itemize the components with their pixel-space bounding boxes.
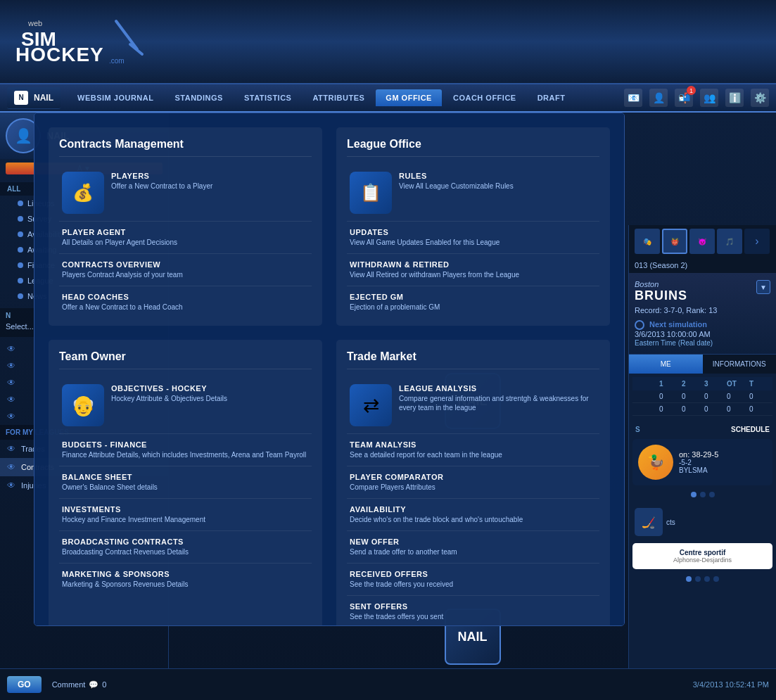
withdrawn-title: WITHDRAWN & RETIRED xyxy=(350,260,597,269)
divider xyxy=(59,253,312,254)
new-offer-desc: Send a trade offer to another team xyxy=(350,547,597,556)
dot-inactive-d xyxy=(713,576,719,582)
updates-link[interactable]: UPDATES View All Game Updates Enabled fo… xyxy=(347,224,599,250)
updates-desc: View All Game Updates Enabled for this L… xyxy=(350,238,597,247)
new-offer-title: NEW OFFER xyxy=(350,537,597,546)
dot-inactive-c xyxy=(704,576,710,582)
marketing-link[interactable]: MARKETING & SPONSORS Marketing & Sponsor… xyxy=(59,566,312,592)
dots-indicator-1 xyxy=(632,488,772,501)
scores-ot-header: OT xyxy=(727,380,748,388)
scores-2-header: 2 xyxy=(682,380,703,388)
sponsor-card: Centre sportif Alphonse-Desjardins xyxy=(632,543,772,569)
eye-icon: 👁 xyxy=(7,412,15,421)
bottom-bar: GO Comment 💬 0 3/4/2013 10:52:41 PM xyxy=(0,668,776,700)
withdrawn-link[interactable]: WITHDRAWN & RETIRED View All Retired or … xyxy=(347,257,599,283)
nav-bar: N NAIL WEBSIM JOURNAL STANDINGS STATISTI… xyxy=(0,84,776,113)
schedule-record: on: 38-29-5 xyxy=(679,450,718,459)
team-logo-4[interactable]: 🎵 xyxy=(717,229,742,254)
scores-3-header: 3 xyxy=(704,380,725,388)
go-button[interactable]: GO xyxy=(7,676,42,693)
header: web SIM HOCKEY .com xyxy=(0,0,776,84)
budgets-desc: Finance Attribute Details, which include… xyxy=(62,450,309,459)
ejected-link[interactable]: EJECTED GM Ejection of a problematic GM xyxy=(347,289,599,315)
tab-statistics[interactable]: STATISTICS xyxy=(234,89,302,106)
bruins-dropdown-btn[interactable]: ▼ xyxy=(756,280,770,294)
broadcasting-link[interactable]: BROADCASTING CONTRACTS Broadcasting Cont… xyxy=(59,534,312,560)
players-menu-item[interactable]: 💰 PLAYERS Offer a New Contract to a Play… xyxy=(59,167,312,218)
new-offer-link[interactable]: NEW OFFER Send a trade offer to another … xyxy=(347,534,599,560)
tab-informations[interactable]: INFORMATIONS xyxy=(703,355,777,374)
marketing-desc: Marketing & Sponsors Revenues Details xyxy=(62,580,309,589)
scores-row-2: 0 0 0 0 0 xyxy=(632,403,772,416)
contracts-section-title: Contracts Management xyxy=(59,138,312,157)
rules-menu-item[interactable]: 📋 RULES View All League Customizable Rul… xyxy=(347,167,599,218)
dot-icon xyxy=(18,247,23,253)
broadcasting-title: BROADCASTING CONTRACTS xyxy=(62,537,309,546)
team-analysis-title: TEAM ANALYSIS xyxy=(350,440,597,449)
investments-link[interactable]: INVESTMENTS Hockey and Finance Investmen… xyxy=(59,502,312,528)
owner-menu-item[interactable]: 👴 OBJECTIVES - HOCKEY Hockey Attribute &… xyxy=(59,380,312,431)
contracts-overview-link[interactable]: CONTRACTS OVERVIEW Players Contract Anal… xyxy=(59,257,312,283)
eye-icon: 👁 xyxy=(7,395,15,405)
sent-offers-link[interactable]: SENT OFFERS See the trades offers you se… xyxy=(347,599,599,625)
divider xyxy=(347,498,599,499)
tab-attributes[interactable]: ATTRIBUTES xyxy=(303,89,374,106)
schedule-coach: BYLSMA xyxy=(679,466,718,474)
eye-icon: 👁 xyxy=(7,344,15,354)
next-sim-tz: Eastern Time (Real date) xyxy=(635,339,713,347)
investments-desc: Hockey and Finance Investment Management xyxy=(62,515,309,524)
nail-badge[interactable]: N NAIL xyxy=(7,87,61,109)
right-tabs: ME INFORMATIONS xyxy=(629,355,776,374)
trade-menu-item[interactable]: ⇄ LEAGUE ANALYSIS Compare general inform… xyxy=(347,380,599,431)
info-icon-btn[interactable]: ℹ️ xyxy=(725,89,744,107)
team-logo-expand[interactable]: › xyxy=(744,229,770,254)
dot-inactive-3 xyxy=(709,492,715,497)
nav-tabs: WEBSIM JOURNAL STANDINGS STATISTICS ATTR… xyxy=(68,89,624,106)
availability-link[interactable]: AVAILABILITY Decide who's on the trade b… xyxy=(347,502,599,528)
tab-websim-journal[interactable]: WEBSIM JOURNAL xyxy=(68,89,163,106)
eye-icon: 👁 xyxy=(7,462,15,472)
divider xyxy=(347,221,599,222)
tab-gm-office[interactable]: GM OFFICE xyxy=(376,89,442,106)
team-logo-2[interactable]: 👹 xyxy=(662,229,687,254)
divider xyxy=(59,221,312,222)
dot-icon xyxy=(18,231,23,237)
users-icon-btn[interactable]: 👥 xyxy=(700,89,718,107)
player-comparator-desc: Compare Players Attributes xyxy=(350,483,597,492)
tab-coach-office[interactable]: COACH OFFICE xyxy=(443,89,526,106)
divider xyxy=(347,563,599,564)
notifications-icon-btn[interactable]: 📬 1 xyxy=(675,89,693,107)
user-icon-btn[interactable]: 👤 xyxy=(649,89,668,107)
budgets-link[interactable]: BUDGETS - FINANCE Finance Attribute Deta… xyxy=(59,437,312,463)
team-owner-title: Team Owner xyxy=(59,350,312,369)
tab-draft[interactable]: DRAFT xyxy=(528,89,575,106)
season-text: 013 (Season 2) xyxy=(635,261,687,269)
scores-1-header: 1 xyxy=(659,380,680,388)
dot-inactive-2 xyxy=(700,492,706,497)
sponsor-text: Centre sportif xyxy=(638,549,767,556)
rules-icon: 📋 xyxy=(350,172,392,214)
team-analysis-desc: See a detailed report for each team in t… xyxy=(350,450,597,459)
team-logo-1[interactable]: 🎭 xyxy=(635,229,660,254)
withdrawn-desc: View All Retired or withdrawn Players fr… xyxy=(350,270,597,279)
settings-icon-btn[interactable]: ⚙️ xyxy=(751,89,769,107)
rules-text: RULES View All League Customizable Rules xyxy=(399,172,597,191)
tab-me[interactable]: ME xyxy=(629,355,703,374)
head-coaches-link[interactable]: HEAD COACHES Offer a New Contract to a H… xyxy=(59,289,312,315)
team-logo-3[interactable]: 😈 xyxy=(689,229,715,254)
balance-link[interactable]: BALANCE SHEET Owner's Balance Sheet deta… xyxy=(59,469,312,495)
sent-offers-desc: See the trades offers you sent xyxy=(350,612,597,621)
dot-active-1 xyxy=(691,492,697,497)
player-agent-link[interactable]: PLAYER AGENT All Details on Player Agent… xyxy=(59,224,312,250)
hockey-label: cts xyxy=(666,518,675,526)
player-comparator-link[interactable]: PLAYER COMPARATOR Compare Players Attrib… xyxy=(347,469,599,495)
received-offers-link[interactable]: RECEIVED OFFERS See the trade offers you… xyxy=(347,566,599,592)
divider xyxy=(59,433,312,434)
tab-standings[interactable]: STANDINGS xyxy=(165,89,232,106)
owner-icon: 👴 xyxy=(62,384,104,426)
divider xyxy=(59,563,312,564)
comment-section: Comment 💬 0 xyxy=(52,680,107,689)
email-icon-btn[interactable]: 📧 xyxy=(624,89,642,107)
objectives-desc: Hockey Attribute & Objectives Details xyxy=(111,394,309,403)
team-analysis-link[interactable]: TEAM ANALYSIS See a detailed report for … xyxy=(347,437,599,463)
